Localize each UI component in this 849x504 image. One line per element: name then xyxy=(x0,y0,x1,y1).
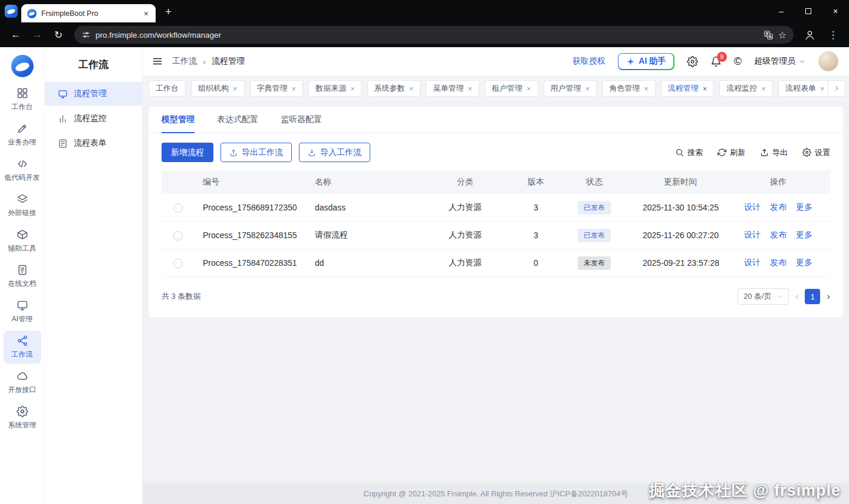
minimize-button[interactable]: – xyxy=(768,0,795,22)
forward-icon[interactable]: → xyxy=(27,25,47,44)
design-link[interactable]: 设计 xyxy=(744,258,761,267)
row-radio[interactable] xyxy=(173,259,183,268)
ai-assistant-button[interactable]: AI 助手 xyxy=(618,53,674,70)
tab-chip[interactable]: 菜单管理 × xyxy=(426,80,479,97)
close-icon[interactable]: × xyxy=(644,85,649,93)
publish-link[interactable]: 发布 xyxy=(770,202,787,212)
table-header: 编号 名称 分类 版本 状态 更新时间 操作 xyxy=(162,170,830,194)
row-radio[interactable] xyxy=(173,231,183,241)
copyright-icon[interactable]: © xyxy=(734,56,742,67)
tab-chip[interactable]: 数据来源 × xyxy=(308,80,362,97)
rail-item-ai[interactable]: AI管理 xyxy=(4,295,41,328)
tab-chip[interactable]: 工作台 xyxy=(149,80,186,97)
tab-chip[interactable]: 角色管理 × xyxy=(602,80,656,97)
prev-page-button[interactable]: ‹ xyxy=(795,291,799,302)
add-process-button[interactable]: 新增流程 xyxy=(162,143,213,162)
tab-chip[interactable]: 系统参数 × xyxy=(367,80,421,97)
table-row[interactable]: Process_1758262348155 请假流程 人力资源 3 已发布 20… xyxy=(162,222,830,249)
chevron-down-icon xyxy=(776,294,783,300)
get-license-link[interactable]: 获取授权 xyxy=(572,56,606,67)
publish-link[interactable]: 发布 xyxy=(770,230,787,239)
design-link[interactable]: 设计 xyxy=(744,230,761,239)
browser-app-icon[interactable] xyxy=(5,5,18,18)
new-tab-button[interactable]: + xyxy=(165,6,172,17)
rail-item-lowcode[interactable]: 低代码开发 xyxy=(4,154,41,187)
maximize-icon xyxy=(805,8,811,14)
sidebar-item-process-monitor[interactable]: 流程监控 xyxy=(45,107,142,130)
publish-link[interactable]: 发布 xyxy=(770,258,787,267)
tab-chip-active[interactable]: 流程管理 × xyxy=(661,80,715,97)
more-link[interactable]: 更多 xyxy=(796,202,812,212)
tab-expression-config[interactable]: 表达式配置 xyxy=(217,107,258,133)
translate-icon[interactable] xyxy=(764,30,774,40)
rail-item-system[interactable]: 系统管理 xyxy=(4,401,41,434)
tab-close-icon[interactable]: × xyxy=(143,9,150,18)
next-page-button[interactable]: › xyxy=(827,291,830,302)
export-workflow-button[interactable]: 导出工作流 xyxy=(221,143,292,162)
tabs-scroll-right-button[interactable] xyxy=(828,80,845,97)
refresh-tool[interactable]: 刷新 xyxy=(718,147,745,158)
rail-item-business[interactable]: 业务办理 xyxy=(4,118,41,151)
table-row[interactable]: Process_1758689172350 dasdass 人力资源 3 已发布… xyxy=(162,194,830,222)
bookmark-icon[interactable]: ☆ xyxy=(778,29,787,41)
close-icon[interactable]: × xyxy=(585,85,590,93)
tab-chip[interactable]: 流程表单 × xyxy=(778,80,832,97)
user-menu[interactable]: 超级管理员 xyxy=(754,56,806,67)
page-number[interactable]: 1 xyxy=(805,289,820,304)
row-radio[interactable] xyxy=(173,203,183,213)
page-size-select[interactable]: 20 条/页 xyxy=(738,288,789,305)
close-icon[interactable]: × xyxy=(526,85,531,93)
design-link[interactable]: 设计 xyxy=(744,202,761,212)
import-workflow-button[interactable]: 导入工作流 xyxy=(299,143,370,162)
url-input[interactable]: pro.frsimple.com/workflow/manager ☆ xyxy=(74,26,794,44)
settings-tool[interactable]: 设置 xyxy=(802,147,830,158)
maximize-button[interactable] xyxy=(795,0,822,22)
tab-model-manage[interactable]: 模型管理 xyxy=(162,107,195,133)
sidebar-item-process-form[interactable]: 流程表单 xyxy=(45,131,142,155)
close-icon[interactable]: × xyxy=(468,85,472,93)
rail-item-workbench[interactable]: 工作台 xyxy=(4,83,41,116)
avatar[interactable] xyxy=(818,51,838,71)
close-icon[interactable]: × xyxy=(703,85,708,93)
cell-name: dd xyxy=(307,258,413,268)
breadcrumb-root[interactable]: 工作流 xyxy=(172,56,197,67)
rail-item-docs[interactable]: 在线文档 xyxy=(4,260,41,293)
export-tool[interactable]: 导出 xyxy=(760,147,788,158)
tab-chip[interactable]: 流程监控 × xyxy=(719,80,773,97)
sidebar-item-process-manage[interactable]: 流程管理 xyxy=(45,82,142,106)
profile-icon[interactable] xyxy=(799,25,820,44)
tab-chip[interactable]: 租户管理 × xyxy=(485,80,538,97)
tab-chip[interactable]: 组织机构 × xyxy=(191,80,245,97)
search-icon xyxy=(675,148,684,157)
browser-menu-icon[interactable]: ⋮ xyxy=(823,25,843,44)
settings-gear-icon[interactable] xyxy=(687,56,698,67)
search-tool[interactable]: 搜索 xyxy=(675,147,703,158)
reload-icon[interactable]: ↻ xyxy=(48,25,68,44)
notification-bell-icon[interactable]: 9 xyxy=(710,56,722,67)
close-icon[interactable]: × xyxy=(820,85,825,93)
tab-chip[interactable]: 用户管理 × xyxy=(544,80,597,97)
browser-tab[interactable]: FrsimpleBoot Pro × xyxy=(21,4,156,22)
back-icon[interactable]: ← xyxy=(6,25,26,44)
site-settings-icon[interactable] xyxy=(81,30,91,39)
more-link[interactable]: 更多 xyxy=(796,230,812,239)
close-icon[interactable]: × xyxy=(350,85,355,93)
tab-chip[interactable]: 字典管理 × xyxy=(250,80,304,97)
rail-item-label: 外部链接 xyxy=(8,208,37,218)
close-icon[interactable]: × xyxy=(233,85,238,93)
close-icon[interactable]: × xyxy=(409,85,414,93)
rail-item-workflow[interactable]: 工作流 xyxy=(4,331,41,364)
close-icon[interactable]: × xyxy=(761,85,766,93)
close-icon[interactable]: × xyxy=(292,85,297,93)
rail-item-tools[interactable]: 辅助工具 xyxy=(4,225,41,258)
rail-item-external-links[interactable]: 外部链接 xyxy=(4,189,41,222)
tab-listener-config[interactable]: 监听器配置 xyxy=(281,107,322,133)
table-row[interactable]: Process_1758470228351 dd 人力资源 0 未发布 2025… xyxy=(162,249,830,277)
rail-item-label: 业务办理 xyxy=(8,137,37,147)
col-actions: 操作 xyxy=(726,177,830,187)
more-link[interactable]: 更多 xyxy=(796,258,812,267)
close-window-button[interactable]: × xyxy=(822,0,849,22)
cell-name: 请假流程 xyxy=(307,230,413,241)
rail-item-open-api[interactable]: 开放接口 xyxy=(4,366,41,399)
collapse-menu-icon[interactable] xyxy=(152,56,163,67)
